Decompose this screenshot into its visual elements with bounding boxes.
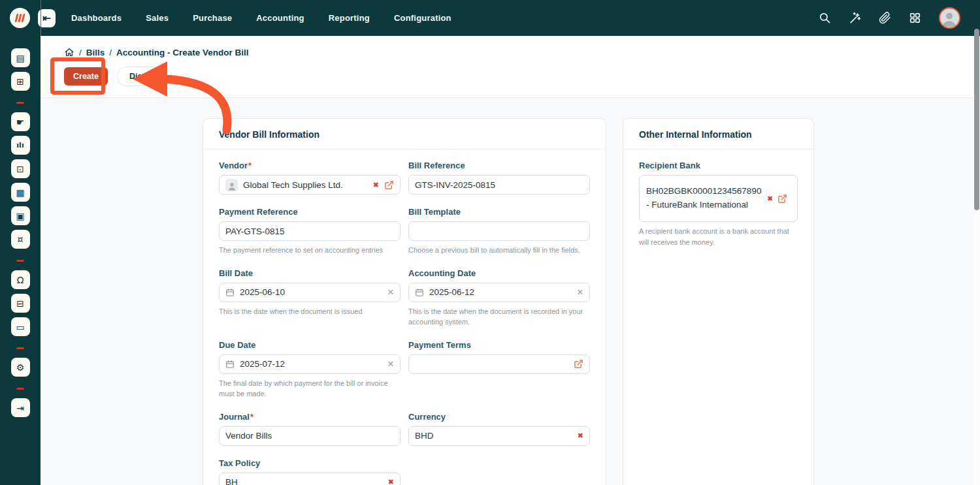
- main-content: Vendor Bill Information Vendor* Global T…: [41, 98, 980, 485]
- remove-vendor-icon[interactable]: ✖: [373, 181, 379, 189]
- due-date-input[interactable]: 2025-07-12 ×: [219, 354, 400, 374]
- sidebar-separator: [16, 102, 24, 104]
- nav-dashboards[interactable]: Dashboards: [71, 13, 122, 23]
- hand-coins-icon[interactable]: ☛: [11, 112, 30, 131]
- bill-template-input[interactable]: [408, 221, 590, 241]
- user-avatar[interactable]: [939, 7, 960, 29]
- vendor-value: Global Tech Supplies Ltd.: [243, 180, 343, 190]
- breadcrumb-separator: /: [109, 48, 112, 57]
- recipient-bank-input[interactable]: BH02BGBK00001234567890 - FutureBank Inte…: [639, 175, 798, 222]
- discard-button[interactable]: Discard: [117, 67, 172, 86]
- tax-policy-field: Tax Policy BH ✖ Tax policy are used to a…: [219, 458, 400, 485]
- nav-configuration[interactable]: Configuration: [394, 13, 451, 23]
- open-bank-icon[interactable]: [777, 194, 787, 204]
- home-icon[interactable]: [64, 47, 74, 57]
- payment-reference-field: Payment Reference PAY-GTS-0815 The payme…: [219, 207, 400, 256]
- dashboard-icon[interactable]: ⊞: [11, 72, 30, 91]
- cash-icon[interactable]: ¤: [11, 230, 30, 249]
- recipient-bank-field: Recipient Bank BH02BGBK00001234567890 - …: [639, 161, 798, 247]
- nav-sales[interactable]: Sales: [146, 13, 169, 23]
- open-payment-terms-icon[interactable]: [574, 359, 583, 369]
- clear-date-icon[interactable]: ×: [387, 358, 394, 369]
- bill-reference-field: Bill Reference GTS-INV-2025-0815: [408, 161, 590, 195]
- currency-input[interactable]: BHD ✖: [408, 426, 590, 446]
- recipient-bank-value: BH02BGBK00001234567890 - FutureBank Inte…: [646, 185, 762, 212]
- breadcrumb-bills[interactable]: Bills: [86, 48, 105, 57]
- settings-gear-icon[interactable]: ⚙: [11, 358, 30, 377]
- payment-reference-value: PAY-GTS-0815: [225, 227, 285, 236]
- journal-field: Journal* Vendor Bills: [219, 412, 400, 446]
- apps-grid-icon[interactable]: [909, 12, 921, 24]
- required-asterisk: *: [250, 412, 253, 422]
- nav-reporting[interactable]: Reporting: [329, 13, 370, 23]
- topbar-actions: [819, 7, 980, 29]
- breadcrumb: / Bills / Accounting - Create Vendor Bil…: [41, 36, 980, 57]
- nav-purchase[interactable]: Purchase: [193, 13, 232, 23]
- action-buttons: Create Discard: [41, 57, 980, 86]
- vendor-input[interactable]: Global Tech Supplies Ltd. ✖: [219, 175, 400, 195]
- calendar-icon[interactable]: [225, 360, 235, 369]
- due-date-field: Due Date 2025-07-12 × The final date by …: [219, 340, 400, 399]
- vendor-bill-information-card: Vendor Bill Information Vendor* Global T…: [203, 118, 606, 485]
- payment-reference-input[interactable]: PAY-GTS-0815: [219, 221, 400, 241]
- contact-avatar-icon: [225, 179, 238, 191]
- due-date-value: 2025-07-12: [240, 359, 285, 369]
- remove-currency-icon[interactable]: ✖: [578, 431, 583, 440]
- accounting-date-field: Accounting Date 2025-06-12 × This is the…: [408, 268, 590, 328]
- bill-date-input[interactable]: 2025-06-10 ×: [219, 283, 400, 302]
- magic-wand-icon[interactable]: [849, 12, 861, 24]
- payment-terms-field: Payment Terms: [408, 340, 590, 399]
- briefcase-icon[interactable]: ▣: [11, 206, 30, 225]
- page-header: / Bills / Accounting - Create Vendor Bil…: [41, 36, 980, 98]
- snapshot-icon[interactable]: ⊡: [11, 159, 30, 178]
- app-sidebar: ▤ ⊞ ☛ ılı ⊡ ▦ ▣ ¤ Ω ⊟ ▭ ⚙ ⇥: [0, 36, 41, 485]
- accounting-date-input[interactable]: 2025-06-12 ×: [408, 283, 590, 302]
- journal-value: Vendor Bills: [225, 431, 272, 441]
- scrollbar-thumb[interactable]: [974, 29, 979, 210]
- field-help-text: A recipient bank account is a bank accou…: [639, 226, 798, 247]
- payment-terms-input[interactable]: [408, 354, 590, 374]
- clear-date-icon[interactable]: ×: [577, 287, 583, 298]
- nav-accounting[interactable]: Accounting: [256, 13, 304, 23]
- monitor-icon[interactable]: ▭: [11, 317, 30, 336]
- card-title: Vendor Bill Information: [219, 129, 319, 140]
- top-navigation-bar: ⇤ Dashboards Sales Purchase Accounting R…: [0, 0, 980, 36]
- collapse-icon: ⇤: [42, 12, 51, 24]
- vendor-field: Vendor* Global Tech Supplies Ltd. ✖: [219, 161, 400, 195]
- tax-policy-value: BH: [225, 477, 238, 485]
- create-button[interactable]: Create: [64, 67, 108, 86]
- accounting-date-value: 2025-06-12: [429, 287, 474, 297]
- journal-input[interactable]: Vendor Bills: [219, 426, 400, 446]
- search-icon[interactable]: [819, 12, 831, 24]
- bill-date-field: Bill Date 2025-06-10 × This is the date …: [219, 268, 400, 328]
- field-help-text: Choose a previous bill to automatically …: [408, 245, 590, 256]
- journal-book-icon[interactable]: ▤: [11, 48, 30, 67]
- tax-policy-input[interactable]: BH ✖: [219, 473, 400, 485]
- bill-reference-value: GTS-INV-2025-0815: [415, 180, 495, 190]
- calendar-icon[interactable]: [415, 288, 424, 297]
- currency-value: BHD: [415, 431, 434, 441]
- field-help-text: This is the date when the document is re…: [408, 306, 590, 328]
- headset-icon[interactable]: Ω: [11, 270, 30, 289]
- paperclip-icon[interactable]: [879, 12, 891, 24]
- logout-icon[interactable]: ⇥: [11, 398, 30, 417]
- other-internal-information-card: Other Internal Information Recipient Ban…: [623, 118, 814, 485]
- card-title: Other Internal Information: [639, 129, 752, 140]
- open-vendor-icon[interactable]: [384, 180, 394, 190]
- sidebar-separator: [16, 347, 24, 349]
- sidebar-separator: [16, 260, 24, 262]
- remove-bank-icon[interactable]: ✖: [767, 195, 773, 203]
- main-menu: Dashboards Sales Purchase Accounting Rep…: [71, 13, 451, 23]
- remove-tax-policy-icon[interactable]: ✖: [388, 478, 394, 485]
- documents-folder-icon[interactable]: ⊟: [11, 294, 30, 313]
- calendar-icon[interactable]: [225, 288, 235, 297]
- breadcrumb-separator: /: [79, 48, 82, 57]
- required-asterisk: *: [248, 161, 252, 170]
- bar-chart-icon[interactable]: ılı: [11, 136, 30, 155]
- clear-date-icon[interactable]: ×: [387, 287, 394, 298]
- app-logo[interactable]: [10, 8, 30, 28]
- currency-field: Currency BHD ✖: [408, 412, 590, 446]
- bill-reference-input[interactable]: GTS-INV-2025-0815: [408, 175, 590, 195]
- clipboard-calculator-icon[interactable]: ▦: [11, 183, 30, 202]
- field-help-text: This is the date when the document is is…: [219, 306, 400, 317]
